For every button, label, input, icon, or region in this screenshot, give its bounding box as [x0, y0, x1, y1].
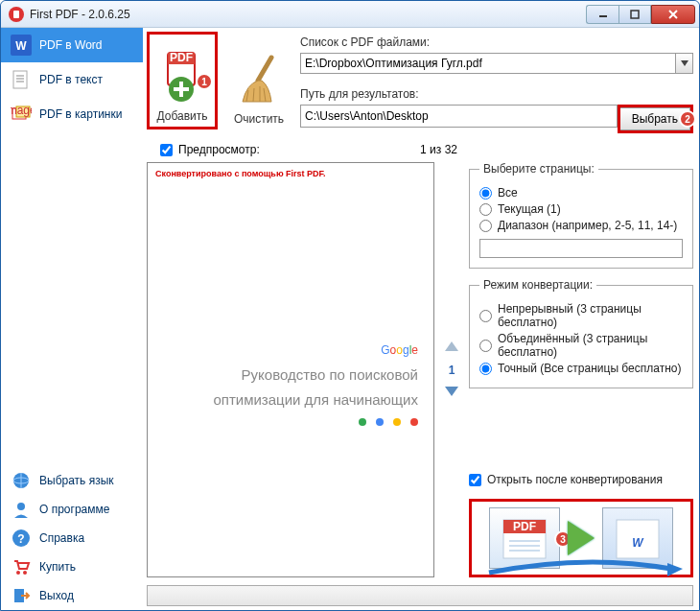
doc-title-line2: оптимизации для начинающих	[213, 390, 418, 410]
preview-pane: Сконвертировано с помощью First PDF. Goo…	[147, 162, 434, 577]
svg-marker-34	[445, 341, 458, 351]
page-up-button[interactable]	[443, 340, 460, 356]
pages-legend: Выберите страницы:	[479, 162, 598, 176]
current-page-number: 1	[449, 364, 455, 377]
source-dropdown-button[interactable]	[676, 53, 693, 74]
mode-continuous-option[interactable]: Непрерывный (3 страницы бесплатно)	[479, 302, 683, 329]
svg-text:W: W	[15, 39, 27, 53]
mode-legend: Режим конвертации:	[479, 278, 596, 292]
word-icon: W	[11, 35, 32, 56]
svg-point-20	[23, 571, 27, 575]
svg-text:PDF: PDF	[170, 51, 193, 64]
cart-icon	[11, 556, 32, 577]
minimize-button[interactable]	[586, 5, 618, 24]
window-title: First PDF - 2.0.6.25	[30, 8, 586, 21]
mode-exact-option[interactable]: Точный (Все страницы бесплатно)	[479, 362, 683, 375]
svg-rect-6	[13, 71, 27, 88]
svg-marker-33	[681, 60, 688, 66]
open-after-label: Открыть после конвертирования	[487, 473, 663, 486]
mode-merged-option[interactable]: Объединённый (3 страницы бесплатно)	[479, 332, 683, 359]
maximize-button[interactable]	[618, 5, 651, 24]
add-button-label: Добавить	[156, 109, 207, 123]
svg-text:Images: Images	[11, 104, 32, 117]
pages-group: Выберите страницы: Все Текущая (1) Диапа…	[469, 162, 693, 269]
page-down-button[interactable]	[443, 385, 460, 401]
pages-current-option[interactable]: Текущая (1)	[479, 202, 683, 216]
sidebar-item-pdf-to-images[interactable]: Images PDF в картинки	[1, 97, 143, 131]
person-icon	[11, 499, 32, 520]
sidebar: W PDF в Word PDF в текст Images PDF в ка…	[1, 28, 143, 610]
doc-title-line1: Руководство по поисковой	[242, 365, 418, 385]
sidebar-item-label: PDF в текст	[39, 73, 103, 86]
titlebar: First PDF - 2.0.6.25	[1, 1, 699, 28]
clear-button-label: Очистить	[234, 112, 284, 126]
svg-marker-44	[667, 563, 683, 576]
sidebar-item-label: Выбрать язык	[39, 474, 114, 487]
sidebar-item-pdf-to-word[interactable]: W PDF в Word	[1, 28, 143, 62]
text-icon	[11, 69, 32, 90]
sidebar-item-help[interactable]: ? Справка	[1, 524, 143, 552]
preview-watermark: Сконвертировано с помощью First PDF.	[148, 163, 433, 184]
sidebar-item-label: Выход	[39, 589, 74, 602]
add-button[interactable]: PDF 1 Добавить	[147, 32, 218, 129]
help-icon: ?	[11, 528, 32, 549]
svg-point-16	[17, 503, 25, 510]
sidebar-item-language[interactable]: Выбрать язык	[1, 466, 143, 495]
svg-marker-35	[445, 387, 458, 396]
globe-icon	[11, 470, 32, 491]
svg-text:W: W	[632, 536, 644, 550]
images-icon: Images	[11, 104, 32, 125]
svg-rect-1	[631, 11, 639, 18]
sidebar-item-label: Купить	[39, 560, 76, 574]
google-logo: Google	[381, 335, 418, 360]
svg-text:?: ?	[17, 532, 24, 546]
arrow-icon	[479, 559, 700, 576]
dest-path-label: Путь для результатов:	[300, 87, 693, 101]
dest-path-input[interactable]	[300, 105, 618, 128]
pages-all-option[interactable]: Все	[479, 186, 683, 200]
app-icon	[9, 7, 24, 22]
step-badge-1: 1	[196, 73, 213, 90]
source-list-label: Список с PDF файлами:	[300, 35, 693, 49]
pages-range-option[interactable]: Диапазон (например, 2-5, 11, 14-)	[479, 219, 683, 232]
sidebar-item-about[interactable]: О программе	[1, 495, 143, 524]
svg-line-28	[258, 58, 271, 81]
svg-point-19	[16, 571, 20, 575]
open-after-checkbox[interactable]	[469, 474, 481, 486]
sidebar-item-label: PDF в Word	[39, 38, 103, 52]
step-badge-2: 2	[679, 110, 696, 128]
broom-icon	[230, 51, 288, 108]
page-counter: 1 из 32	[420, 143, 457, 156]
mode-group: Режим конвертации: Непрерывный (3 страни…	[469, 278, 693, 388]
sidebar-item-label: О программе	[39, 503, 109, 516]
sidebar-item-buy[interactable]: Купить	[1, 552, 143, 581]
clear-button[interactable]: Очистить	[223, 32, 294, 129]
sidebar-item-exit[interactable]: Выход	[1, 581, 143, 610]
open-after-checkbox-row[interactable]: Открыть после конвертирования	[469, 473, 693, 486]
close-button[interactable]	[651, 5, 695, 24]
source-file-input[interactable]	[300, 53, 676, 74]
preview-label: Предпросмотр:	[178, 143, 260, 156]
add-pdf-icon: PDF 1	[153, 48, 211, 106]
exit-icon	[11, 585, 32, 606]
sidebar-item-label: PDF в картинки	[39, 107, 122, 121]
svg-text:PDF: PDF	[513, 520, 536, 533]
sidebar-item-label: Справка	[39, 531, 84, 545]
convert-button[interactable]: PDF 3 W	[469, 499, 693, 577]
play-icon	[568, 521, 595, 555]
preview-checkbox[interactable]	[160, 144, 173, 156]
pages-range-input[interactable]	[479, 239, 683, 258]
sidebar-item-pdf-to-text[interactable]: PDF в текст	[1, 62, 143, 97]
status-bar	[147, 585, 693, 606]
color-dots	[359, 418, 418, 426]
